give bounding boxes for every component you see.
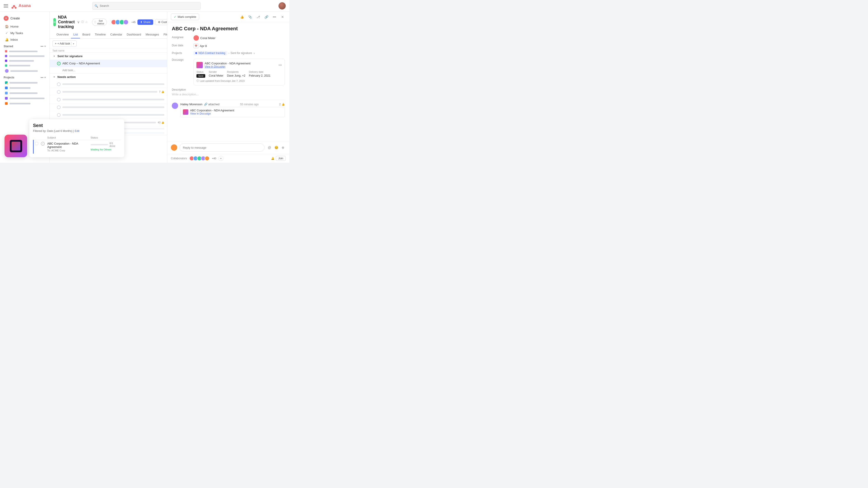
sidebar-item-project-2[interactable] bbox=[1, 86, 48, 90]
more-icon[interactable]: ••• bbox=[271, 14, 278, 20]
dropdown-chevron-icon[interactable]: ∨ bbox=[77, 20, 80, 24]
sidebar-item-project-3[interactable] bbox=[1, 91, 48, 96]
create-button[interactable]: + Create bbox=[0, 14, 50, 23]
user-avatar[interactable] bbox=[278, 2, 286, 9]
at-mention-icon[interactable]: @ bbox=[267, 145, 272, 150]
starred-more-icon[interactable]: ••• bbox=[40, 45, 43, 48]
tab-messages[interactable]: Messages bbox=[143, 31, 161, 38]
projects-add-icon[interactable]: + bbox=[44, 76, 46, 79]
task-item[interactable] bbox=[50, 96, 167, 103]
section-dropdown-icon[interactable]: ∨ bbox=[253, 52, 255, 55]
task-group-header[interactable]: ▾ Needs action bbox=[50, 73, 167, 80]
attach-icon[interactable]: 📎 bbox=[247, 14, 253, 20]
sent-table-row[interactable]: ○ ABC Corporation - NDA Agreement To: AC… bbox=[33, 140, 121, 154]
row-checkbox[interactable] bbox=[35, 142, 38, 145]
activity-timestamp: 55 minutes ago bbox=[240, 103, 258, 106]
task-name-bar bbox=[62, 84, 164, 85]
docusign-logo-icon bbox=[196, 62, 203, 68]
close-icon[interactable]: ✕ bbox=[279, 14, 286, 20]
set-status-button[interactable]: Set status bbox=[92, 19, 107, 26]
reply-box: @ 😊 ⊕ bbox=[167, 141, 289, 154]
task-checkbox[interactable] bbox=[57, 105, 61, 109]
task-toolbar: + + Add task ▾ bbox=[50, 39, 167, 49]
tab-dashboard[interactable]: Dashboard bbox=[125, 31, 144, 38]
activity-avatar bbox=[172, 103, 178, 109]
task-item[interactable]: 7 👍 bbox=[50, 88, 167, 96]
check-circle-icon: ✓ bbox=[5, 31, 8, 35]
tab-list[interactable]: List bbox=[71, 31, 80, 38]
sidebar-item-project-4[interactable] bbox=[1, 96, 48, 101]
mark-complete-button[interactable]: ✓ Mark complete bbox=[171, 13, 199, 20]
task-group-header[interactable]: ▾ Sent for signature bbox=[50, 53, 167, 60]
detail-panel: ✓ Mark complete 👍 📎 ⎇ 🔗 ••• ✕ ABC Corp -… bbox=[167, 12, 289, 163]
sidebar-item-starred-3[interactable] bbox=[1, 59, 48, 63]
customize-button[interactable]: ⚙ Customize bbox=[155, 19, 167, 25]
projects-more-icon[interactable]: ••• bbox=[40, 76, 43, 79]
tab-timeline[interactable]: Timeline bbox=[92, 31, 108, 38]
project-icon bbox=[5, 87, 8, 89]
task-item[interactable] bbox=[50, 111, 167, 119]
description-input[interactable]: Write a description... bbox=[172, 93, 285, 96]
tab-board[interactable]: Board bbox=[80, 31, 92, 38]
docusign-view-link[interactable]: View in Docusign bbox=[205, 65, 250, 68]
thumbs-up-icon[interactable]: 👍 bbox=[281, 103, 285, 106]
task-item[interactable] bbox=[50, 80, 167, 88]
task-checkbox[interactable] bbox=[57, 113, 61, 117]
notification-bell-icon[interactable]: 🔔 bbox=[271, 157, 274, 160]
reply-avatar bbox=[171, 144, 177, 151]
tab-files[interactable]: Files bbox=[161, 31, 167, 38]
project-label-bar bbox=[9, 98, 44, 99]
sidebar-item-starred-1[interactable] bbox=[1, 49, 48, 54]
search-input[interactable] bbox=[92, 2, 201, 10]
tab-overview[interactable]: Overview bbox=[54, 31, 71, 38]
task-item[interactable] bbox=[50, 103, 167, 111]
attachment-view-link[interactable]: View in Docusign bbox=[190, 112, 234, 115]
sidebar-item-project-1[interactable] bbox=[1, 80, 48, 85]
detail-field-docusign: Docusign ABC Corporation - NDA Agreement… bbox=[172, 58, 285, 86]
join-button[interactable]: Join bbox=[276, 156, 286, 161]
task-item[interactable]: ABC Corp – NDA Agreement bbox=[50, 60, 167, 67]
tab-calendar[interactable]: Calendar bbox=[108, 31, 125, 38]
link-icon[interactable]: 🔗 bbox=[263, 14, 270, 20]
sidebar-item-my-tasks[interactable]: ✓ My Tasks bbox=[1, 30, 48, 36]
projects-section-header: Projects ••• + bbox=[0, 74, 50, 80]
sidebar-item-starred-2[interactable] bbox=[1, 54, 48, 58]
add-task-button[interactable]: + + Add task ▾ bbox=[53, 40, 76, 47]
task-checkbox[interactable] bbox=[57, 62, 61, 65]
reply-input[interactable] bbox=[180, 143, 265, 152]
docusign-sender-value: Coral Meier bbox=[209, 74, 223, 77]
project-title-actions: ∨ ⓘ ☆ bbox=[77, 20, 88, 24]
project-header-right: +45 ⬆ Share ⚙ Customize bbox=[111, 19, 167, 25]
docusign-more-icon[interactable]: ••• bbox=[278, 63, 282, 67]
edit-filter-button[interactable]: Edit bbox=[75, 129, 80, 133]
star-icon[interactable]: ☆ bbox=[85, 20, 88, 24]
branch-icon[interactable]: ⎇ bbox=[255, 14, 261, 20]
starred-dot-icon bbox=[5, 60, 7, 62]
activity-attachment[interactable]: ABC Corporation - NDA Agreement View in … bbox=[180, 107, 285, 117]
add-collaborator-button[interactable]: + bbox=[218, 156, 223, 161]
starred-label-bar bbox=[9, 55, 44, 57]
more-reply-icon[interactable]: ⊕ bbox=[280, 145, 286, 150]
starred-add-icon[interactable]: + bbox=[44, 45, 46, 48]
sidebar-item-home[interactable]: 🏠 Home bbox=[1, 23, 48, 30]
add-task-inline[interactable]: Add task... bbox=[50, 67, 167, 73]
task-checkbox[interactable] bbox=[57, 90, 61, 94]
collaborator-count: +40 bbox=[212, 157, 216, 160]
emoji-icon[interactable]: 😊 bbox=[274, 145, 279, 150]
share-button[interactable]: ⬆ Share bbox=[137, 20, 153, 25]
task-checkbox[interactable] bbox=[57, 83, 61, 86]
sent-panel-title: Sent bbox=[33, 123, 121, 128]
sidebar-item-project-5[interactable] bbox=[1, 101, 48, 106]
sidebar-item-inbox[interactable]: 🔔 Inbox bbox=[1, 36, 48, 43]
info-icon[interactable]: ⓘ bbox=[81, 20, 84, 24]
project-tag[interactable]: NDA Contract tracking bbox=[193, 51, 227, 55]
sidebar-item-starred-4[interactable] bbox=[1, 63, 48, 68]
activity-content: Hailey Morenson 🔗 attached 55 minutes ag… bbox=[180, 103, 285, 117]
svg-point-0 bbox=[13, 5, 15, 7]
search-bar[interactable]: 🔍 bbox=[92, 2, 201, 10]
menu-icon[interactable] bbox=[4, 4, 8, 7]
docusign-app-icon[interactable] bbox=[4, 135, 27, 157]
task-checkbox[interactable] bbox=[57, 98, 61, 101]
like-icon[interactable]: 👍 bbox=[239, 14, 245, 20]
sidebar-item-starred-5[interactable] bbox=[1, 68, 48, 74]
